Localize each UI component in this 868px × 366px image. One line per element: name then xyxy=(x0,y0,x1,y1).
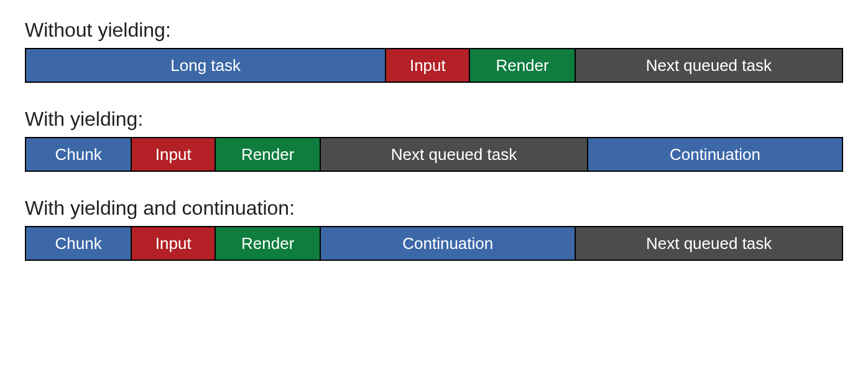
section-label: With yielding and continuation: xyxy=(25,197,843,220)
segment-continuation: Continuation xyxy=(321,227,576,260)
segment-render: Render xyxy=(216,227,321,260)
section-label: With yielding: xyxy=(25,108,843,131)
section-0: Without yielding:Long taskInputRenderNex… xyxy=(25,19,843,83)
segment-next-queued-task: Next queued task xyxy=(321,138,588,171)
section-2: With yielding and continuation:ChunkInpu… xyxy=(25,197,843,261)
segment-render: Render xyxy=(216,138,321,171)
task-bar: Long taskInputRenderNext queued task xyxy=(25,48,843,83)
diagram-container: Without yielding:Long taskInputRenderNex… xyxy=(25,19,843,261)
segment-continuation: Continuation xyxy=(588,138,842,171)
segment-input: Input xyxy=(386,49,470,82)
segment-input: Input xyxy=(132,227,216,260)
segment-next-queued-task: Next queued task xyxy=(576,227,842,260)
task-bar: ChunkInputRenderNext queued taskContinua… xyxy=(25,137,843,172)
segment-next-queued-task: Next queued task xyxy=(576,49,842,82)
segment-render: Render xyxy=(470,49,575,82)
section-1: With yielding:ChunkInputRenderNext queue… xyxy=(25,108,843,172)
task-bar: ChunkInputRenderContinuationNext queued … xyxy=(25,226,843,261)
segment-long-task: Long task xyxy=(26,49,386,82)
section-label: Without yielding: xyxy=(25,19,843,42)
segment-chunk: Chunk xyxy=(26,227,132,260)
segment-input: Input xyxy=(132,138,216,171)
segment-chunk: Chunk xyxy=(26,138,132,171)
